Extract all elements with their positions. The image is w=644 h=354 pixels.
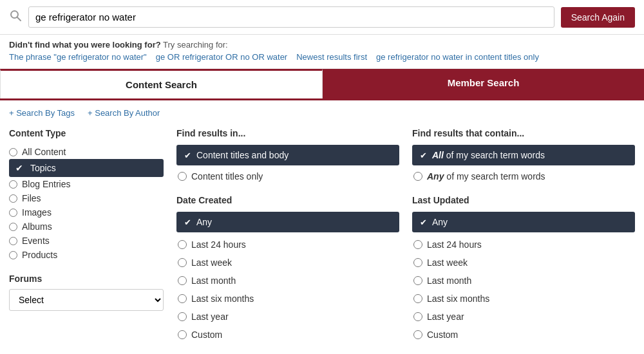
last-updated-option[interactable]: Last 24 hours bbox=[412, 236, 635, 253]
last-updated-options: ✔AnyLast 24 hoursLast weekLast monthLast… bbox=[412, 212, 635, 343]
content-type-item[interactable]: ✔Topics bbox=[9, 159, 164, 177]
forums-select[interactable]: Select bbox=[9, 289, 164, 311]
date-created-option[interactable]: Last week bbox=[176, 254, 399, 271]
content-type-item[interactable]: Albums bbox=[9, 219, 164, 234]
last-updated-option[interactable]: Last six months bbox=[412, 290, 635, 307]
date-created-options: ✔AnyLast 24 hoursLast weekLast monthLast… bbox=[176, 212, 399, 343]
date-created-section: Date Created ✔AnyLast 24 hoursLast weekL… bbox=[176, 195, 399, 343]
search-input[interactable]: ge refrigerator no water bbox=[28, 6, 554, 28]
find-results-in-title: Find results in... bbox=[176, 128, 399, 138]
last-updated-selected[interactable]: ✔Any bbox=[412, 212, 635, 232]
last-updated-option[interactable]: Last week bbox=[412, 254, 635, 271]
find-results-contain-options: ✔All of my search term wordsAny of my se… bbox=[412, 145, 635, 185]
search-header: ge refrigerator no water Search Again bbox=[0, 0, 644, 35]
find-results-contain-title: Find results that contain... bbox=[412, 128, 635, 138]
suggestion-prompt: Didn't find what you were looking for? T… bbox=[9, 40, 635, 50]
search-controls: + Search By Tags + Search By Author Cont… bbox=[0, 100, 644, 343]
content-type-title: Content Type bbox=[9, 128, 164, 138]
check-icon: ✔ bbox=[184, 218, 191, 227]
content-type-item[interactable]: All Content bbox=[9, 145, 164, 159]
suggestion-link[interactable]: ge refrigerator no water in content titl… bbox=[376, 52, 539, 62]
search-icon bbox=[9, 9, 22, 25]
search-by-author-button[interactable]: + Search By Author bbox=[88, 108, 160, 118]
suggestion-link[interactable]: Newest results first bbox=[296, 52, 367, 62]
find-results-contain-selected[interactable]: ✔All of my search term words bbox=[412, 145, 635, 165]
date-created-option[interactable]: Last month bbox=[176, 272, 399, 289]
date-created-selected[interactable]: ✔Any bbox=[176, 212, 399, 232]
suggestions-bar: Didn't find what you were looking for? T… bbox=[0, 35, 644, 69]
find-results-contain-section: Find results that contain... ✔All of my … bbox=[412, 128, 635, 185]
suggestion-link[interactable]: ge OR refrigerator OR no OR water bbox=[156, 52, 287, 62]
content-type-item[interactable]: Products bbox=[9, 248, 164, 262]
find-results-contain-unselected[interactable]: Any of my search term words bbox=[412, 168, 635, 185]
date-created-title: Date Created bbox=[176, 195, 399, 205]
suggestion-link[interactable]: The phrase "ge refrigerator no water" bbox=[9, 52, 147, 62]
tag-author-row: + Search By Tags + Search By Author bbox=[9, 108, 635, 118]
last-updated-option[interactable]: Last month bbox=[412, 272, 635, 289]
forums-section: Forums Select bbox=[9, 274, 164, 311]
check-icon: ✔ bbox=[184, 151, 191, 160]
last-updated-option[interactable]: Last year bbox=[412, 308, 635, 325]
last-updated-title: Last Updated bbox=[412, 195, 635, 205]
last-updated-option[interactable]: Custom bbox=[412, 326, 635, 343]
content-type-item[interactable]: Events bbox=[9, 234, 164, 248]
date-created-option[interactable]: Last 24 hours bbox=[176, 236, 399, 253]
suggestion-links: The phrase "ge refrigerator no water"ge … bbox=[9, 52, 635, 62]
content-type-item[interactable]: Images bbox=[9, 205, 164, 219]
content-type-column: Content Type All Content✔TopicsBlog Entr… bbox=[9, 128, 176, 343]
tab-content-search[interactable]: Content Search bbox=[0, 69, 323, 98]
search-again-button[interactable]: Search Again bbox=[561, 7, 635, 28]
content-type-list: All Content✔TopicsBlog EntriesFilesImage… bbox=[9, 145, 164, 262]
find-results-in-selected[interactable]: ✔Content titles and body bbox=[176, 145, 399, 165]
tabs-row: Content Search Member Search bbox=[0, 69, 644, 100]
find-results-in-options: ✔Content titles and bodyContent titles o… bbox=[176, 145, 399, 185]
find-results-in-column: Find results in... ✔Content titles and b… bbox=[176, 128, 412, 343]
search-by-tags-button[interactable]: + Search By Tags bbox=[9, 108, 75, 118]
date-created-option[interactable]: Last six months bbox=[176, 290, 399, 307]
find-results-in-section: Find results in... ✔Content titles and b… bbox=[176, 128, 399, 185]
forums-title: Forums bbox=[9, 274, 164, 284]
svg-line-1 bbox=[17, 17, 21, 21]
last-updated-section: Last Updated ✔AnyLast 24 hoursLast weekL… bbox=[412, 195, 635, 343]
content-type-item[interactable]: Files bbox=[9, 191, 164, 205]
date-created-option[interactable]: Last year bbox=[176, 308, 399, 325]
check-icon: ✔ bbox=[420, 151, 427, 160]
check-icon: ✔ bbox=[420, 218, 427, 227]
date-created-option[interactable]: Custom bbox=[176, 326, 399, 343]
filter-grid: Content Type All Content✔TopicsBlog Entr… bbox=[9, 128, 635, 343]
content-type-item[interactable]: Blog Entries bbox=[9, 177, 164, 191]
find-results-in-unselected[interactable]: Content titles only bbox=[176, 168, 399, 185]
find-results-contain-column: Find results that contain... ✔All of my … bbox=[412, 128, 635, 343]
tab-member-search[interactable]: Member Search bbox=[323, 69, 644, 98]
check-icon: ✔ bbox=[15, 163, 23, 173]
